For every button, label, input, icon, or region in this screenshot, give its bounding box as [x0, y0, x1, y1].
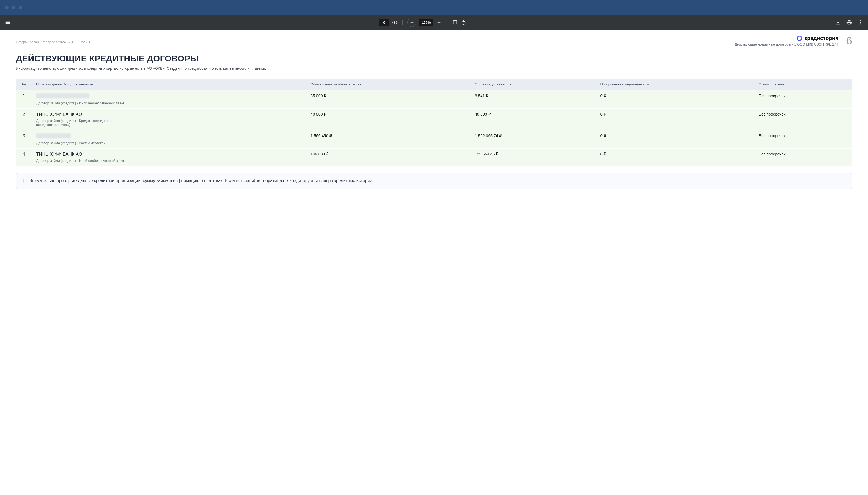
maximize-window-icon[interactable]	[19, 5, 22, 9]
brand-name: кредистория	[804, 35, 838, 41]
divider	[402, 20, 403, 25]
obligation-type: Договор займа (кредита) - Заем с ипотеко…	[36, 141, 127, 145]
obligation-type: Договор займа (кредита) - Иной необеспеч…	[36, 159, 127, 163]
document-page: Сформирован 1 февраля 2024 17:40 v2.2.4 …	[0, 30, 868, 200]
table-row: 3Договор займа (кредита) - Заем с ипотек…	[16, 130, 852, 149]
breadcrumb: Действующие кредитные договоры • 1 ООО М…	[734, 42, 838, 46]
rotate-icon[interactable]	[461, 19, 466, 25]
col-number: №	[16, 79, 32, 90]
amount-value: 146 000 ₽	[306, 149, 471, 166]
col-overdue: Просроченная задолженность	[596, 79, 755, 90]
payment-status: Без просрочек	[755, 108, 852, 130]
amount-value: 85 000 ₽	[306, 90, 471, 108]
zoom-in-button[interactable]	[436, 19, 442, 25]
row-number: 1	[16, 90, 32, 108]
generated-timestamp: Сформирован 1 февраля 2024 17:40	[16, 40, 75, 44]
document-header: Сформирован 1 февраля 2024 17:40 v2.2.4 …	[16, 35, 852, 46]
page-number-large: 6	[842, 35, 852, 46]
print-icon[interactable]	[846, 19, 852, 25]
col-total-debt: Общая задолженность	[471, 79, 596, 90]
plus-icon	[437, 20, 441, 25]
row-number: 4	[16, 149, 32, 166]
notice-box: ! Внимательно проверьте данные кредитной…	[16, 173, 852, 189]
amount-value: 40 000 ₽	[306, 108, 471, 130]
credit-contracts-table: № Источник данных/вид обязательств Сумма…	[16, 79, 852, 166]
payment-status: Без просрочек	[755, 90, 852, 108]
fit-page-icon[interactable]	[452, 19, 458, 25]
divider	[447, 20, 447, 25]
minimize-window-icon[interactable]	[12, 5, 15, 9]
creditor-name: ТИНЬКОФФ БАНК АО	[36, 112, 82, 117]
row-number: 3	[16, 130, 32, 149]
total-debt-value: 40 000 ₽	[471, 108, 596, 130]
menu-icon[interactable]	[5, 19, 11, 25]
row-number: 2	[16, 108, 32, 130]
download-icon[interactable]	[835, 19, 841, 25]
payment-status: Без просрочек	[755, 130, 852, 149]
kredistoriya-logo-icon	[796, 35, 802, 41]
version-label: v2.2.4	[81, 40, 90, 44]
svg-point-0	[860, 20, 861, 21]
table-row: 1Договор займа (кредита) - Иной необеспе…	[16, 90, 852, 108]
table-row: 2ТИНЬКОФФ БАНК АОДоговор займа (кредита)…	[16, 108, 852, 130]
page-subtitle: Информация о действующих кредитах и кред…	[16, 66, 852, 70]
generation-meta: Сформирован 1 февраля 2024 17:40 v2.2.4	[16, 35, 90, 44]
creditor-name: ТИНЬКОФФ БАНК АО	[36, 152, 82, 157]
overdue-value: 0 ₽	[596, 149, 755, 166]
traffic-lights	[5, 5, 22, 9]
col-amount: Сумма и валюта обязательства	[306, 79, 471, 90]
window-titlebar	[0, 0, 868, 15]
page-number-input[interactable]	[379, 19, 389, 26]
svg-point-2	[860, 24, 861, 25]
page-total-label: / 83	[392, 20, 398, 24]
pdf-toolbar: / 83 175%	[0, 15, 868, 30]
table-header-row: № Источник данных/вид обязательств Сумма…	[16, 79, 852, 90]
obligation-type: Договор займа (кредита) - Иной необеспеч…	[36, 101, 127, 105]
payment-status: Без просрочек	[755, 149, 852, 166]
col-status: Статус платежа	[755, 79, 852, 90]
overdue-value: 0 ₽	[596, 90, 755, 108]
exclamation-icon: !	[22, 177, 24, 184]
total-debt-value: 6 541 ₽	[471, 90, 596, 108]
redacted-text	[36, 133, 71, 138]
notice-text: Внимательно проверьте данные кредитной о…	[29, 177, 373, 184]
zoom-level: 175%	[419, 19, 433, 25]
page-title: ДЕЙСТВУЮЩИЕ КРЕДИТНЫЕ ДОГОВОРЫ	[16, 54, 852, 64]
total-debt-value: 133 564,46 ₽	[471, 149, 596, 166]
table-row: 4ТИНЬКОФФ БАНК АОДоговор займа (кредита)…	[16, 149, 852, 166]
total-debt-value: 1 522 065,74 ₽	[471, 130, 596, 149]
obligation-type: Договор займа (кредита) - Кредит «овердр…	[36, 119, 127, 127]
col-source: Источник данных/вид обязательств	[32, 79, 306, 90]
zoom-out-button[interactable]	[407, 18, 417, 27]
redacted-text	[36, 93, 89, 98]
minus-icon	[409, 20, 414, 25]
more-icon[interactable]	[857, 19, 863, 25]
overdue-value: 0 ₽	[596, 130, 755, 149]
svg-point-1	[860, 22, 861, 23]
overdue-value: 0 ₽	[596, 108, 755, 130]
close-window-icon[interactable]	[5, 5, 8, 9]
amount-value: 1 566 450 ₽	[306, 130, 471, 149]
